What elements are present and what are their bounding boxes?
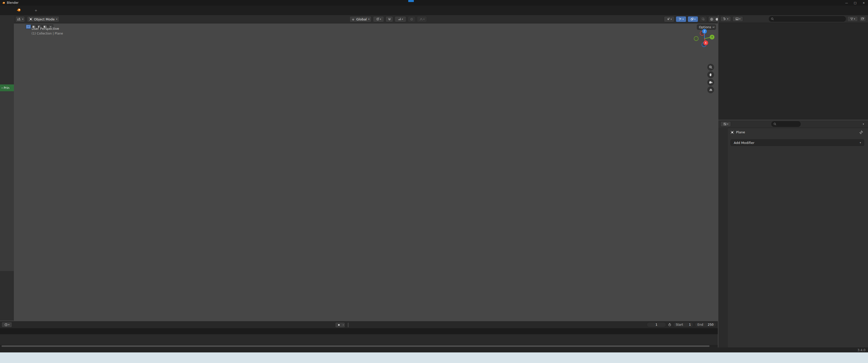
outliner-header: ▾ ▾ ▾ [718,15,868,23]
proportional-editing-toggle[interactable] [408,16,415,22]
properties-tab-column [718,128,728,348]
frame-range-cluster: 1 Start1 End250 [647,322,716,327]
chevron-down-icon: ▾ [739,18,741,20]
editor-type-dropdown[interactable]: ▾ [16,16,25,22]
perspective-toggle-button[interactable] [707,87,714,93]
breadcrumb-object-name[interactable]: Plane [736,130,745,134]
pin-icon[interactable] [859,130,863,134]
snap-toggle[interactable] [385,16,393,22]
properties-panel: ▾ ▾ Plane Add Modifier ▾ [718,120,868,348]
overlays-toggle[interactable]: ▾ [688,16,698,22]
outliner-tree-icon [723,17,727,21]
shader-editor-strip: ▾ Prin [0,15,14,321]
pivot-point-dropdown[interactable]: ▾ [373,16,384,22]
chevron-down-icon: ▾ [424,18,425,21]
blender-version: 3.4.0 [858,348,866,352]
solid-shading-button[interactable] [715,16,718,22]
funnel-icon [850,18,854,21]
blender-menu-icon[interactable] [17,8,21,13]
properties-search-input[interactable] [771,121,801,127]
snap-increment-icon [398,18,401,21]
transform-orientation-dropdown[interactable]: Global ▾ [349,16,371,22]
principled-bsdf-node[interactable] [0,85,14,271]
properties-header: ▾ ▾ [718,120,868,128]
xray-toggle[interactable] [700,16,707,22]
timeline-scrollbar-thumb[interactable] [1,345,710,347]
minimize-button[interactable]: — [842,0,851,5]
outliner-filter-dropdown[interactable]: ▾ [733,16,743,22]
zoom-view-button[interactable] [707,64,714,71]
axis-negative-y-handle[interactable] [694,37,699,41]
blender-window: Blender — □ × + ▾ Prin [0,0,868,363]
context-overlay: (1) Collection | Plane [32,32,63,35]
current-frame-field[interactable]: 1 [647,322,666,327]
frame-start-field[interactable]: Start1 [673,322,694,327]
maximize-button[interactable]: □ [851,0,860,5]
wireframe-shading-button[interactable] [709,16,714,22]
sidebar-collapse-icon[interactable]: ‹ [714,25,715,29]
frame-end-field[interactable]: End250 [695,322,716,327]
visibility-icon [666,18,670,21]
window-title: Blender [7,1,19,4]
gizmo-icon [679,18,682,21]
viewport-canvas[interactable] [14,23,718,321]
gizmos-toggle[interactable]: ▾ [676,16,686,22]
status-bar: 3.4.0 [0,348,868,353]
timeline-scrollbar-track [0,345,718,348]
object-data-icon [731,131,734,134]
pan-view-button[interactable] [707,71,714,78]
svg-text:Z: Z [704,30,706,33]
timeline-editor-dropdown[interactable]: ▾ [1,322,12,327]
shading-cluster: ▾ ▾ ▾ ▾ [664,16,718,22]
falloff-dropdown[interactable]: ▾ [417,16,427,22]
playback-controls: ▾ [335,322,349,328]
close-button[interactable]: × [860,0,868,5]
view-name-overlay: User Perspective [32,27,59,31]
navigation-gizmo[interactable]: Z Y X [692,27,717,51]
node-title: Prin [4,86,9,90]
chevron-down-icon: ▾ [854,18,855,20]
collapse-node-icon[interactable]: ▾ [1,87,3,89]
outliner-panel: ▾ ▾ ▾ [718,15,868,120]
overlays-icon [690,18,694,21]
snap-target-dropdown[interactable]: ▾ [395,16,406,22]
top-bar: + [0,5,868,15]
timeline-editor: ▾ ▾ 1 Start1 End250 [0,321,718,345]
add-modifier-label: Add Modifier [734,141,754,145]
add-modifier-dropdown[interactable]: Add Modifier ▾ [731,139,864,146]
preview-range-button[interactable] [667,322,672,327]
outliner-display-mode-dropdown[interactable]: ▾ [720,16,731,22]
auto-keying-group: ▾ [335,322,345,328]
timeline-header: ▾ ▾ 1 Start1 End250 [0,321,718,328]
outliner-filter-funnel-dropdown[interactable]: ▾ [847,16,858,22]
mode-label: Object Mode [34,18,55,21]
transform-snap-cluster: Global ▾ ▾ ▾ ▾ [349,16,427,22]
camera-view-button[interactable] [707,79,714,86]
principled-bsdf-header[interactable]: ▾ Prin [0,85,14,91]
3d-viewport-editor-icon [17,18,21,21]
viewport-header: ▾ Object Mode ▾ Global ▾ ▾ [14,15,718,24]
record-button[interactable] [336,322,341,327]
chevron-down-icon: ▾ [727,123,728,125]
timeline-ruler[interactable] [0,328,718,334]
object-mode-icon [29,18,33,21]
properties-editor-dropdown[interactable]: ▾ [720,121,731,127]
shading-mode-group: ▾ [708,16,718,22]
chevron-down-icon: ▾ [694,18,696,21]
chevron-down-icon: ▾ [402,18,403,21]
outliner-search-input[interactable] [769,16,846,22]
new-collection-button[interactable] [860,16,866,22]
chevron-down-icon: ▾ [22,18,24,21]
pivot-icon [376,18,379,21]
properties-options-icon[interactable]: ▾ [863,123,864,125]
3d-viewport[interactable]: ▾ Object Mode ▾ Global ▾ ▾ [14,15,718,321]
object-visibility-dropdown[interactable]: ▾ [664,16,675,22]
search-icon [771,18,774,21]
mode-dropdown[interactable]: Object Mode ▾ [27,16,59,22]
select-mode-new[interactable] [26,25,31,29]
stopwatch-icon [668,323,672,326]
chevron-down-icon: ▾ [343,324,344,326]
chevron-down-icon: ▾ [380,18,381,21]
add-workspace-button[interactable]: + [31,8,41,13]
window-controls: — □ × [842,0,868,5]
